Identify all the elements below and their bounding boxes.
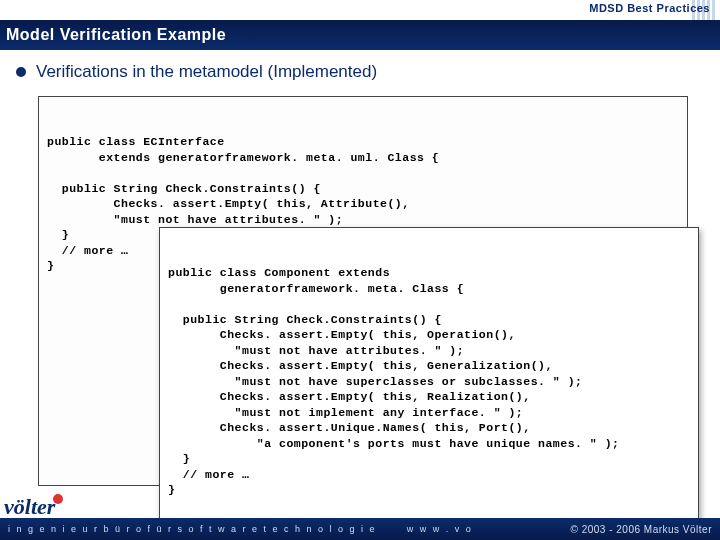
code-box-outer: public class ECInterface extends generat… <box>38 96 688 486</box>
bullet-icon <box>16 67 26 77</box>
footer-tagline: i n g e n i e u r b ü r o f ü r s o f t … <box>8 524 377 534</box>
footer-copyright: © 2003 - 2006 Markus Völter <box>571 524 713 535</box>
code-box-inner: public class Component extends generator… <box>159 227 699 536</box>
logo-dot-icon <box>53 494 63 504</box>
footer-url: w w w . v o <box>407 524 571 534</box>
bullet-line: Verifications in the metamodel (Implemen… <box>10 62 710 82</box>
header-label: MDSD Best Practices <box>589 2 710 14</box>
logo: völter <box>4 494 63 520</box>
footer: i n g e n i e u r b ü r o f ü r s o f t … <box>0 518 720 540</box>
slide-title: Model Verification Example <box>0 20 720 50</box>
code-inner-text: public class Component extends generator… <box>168 265 690 498</box>
bullet-text: Verifications in the metamodel (Implemen… <box>36 62 377 82</box>
